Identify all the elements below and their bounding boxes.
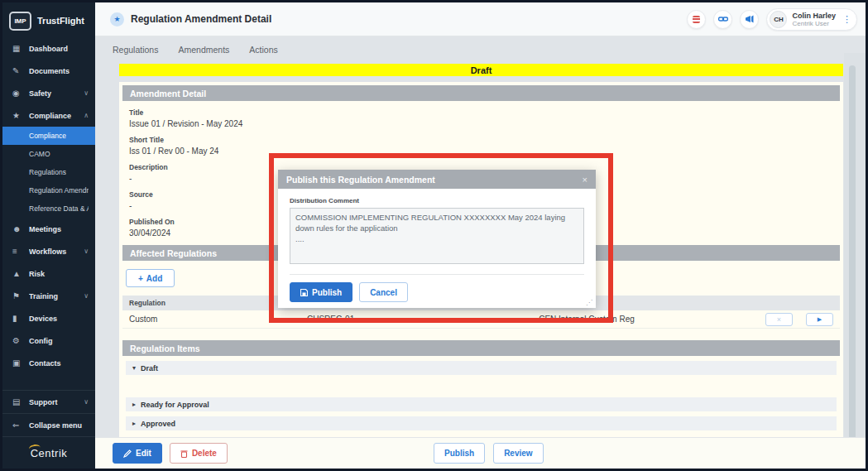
sidebar-item-label: Documents — [29, 67, 89, 75]
sidebar-item-label: Contacts — [29, 359, 89, 368]
review-button[interactable]: Review — [493, 443, 543, 464]
cell-regulation-type: Custom — [129, 315, 307, 324]
megaphone-icon — [745, 14, 755, 24]
sidebar-item-label: Dashboard — [29, 45, 89, 53]
sidebar-subitem-camo[interactable]: CAMO — [2, 145, 95, 163]
app-logo[interactable]: IMP TrustFlight — [2, 2, 95, 37]
scrollbar-thumb[interactable] — [849, 65, 856, 441]
modal-cancel-label: Cancel — [370, 288, 397, 297]
vertical-scrollbar[interactable] — [844, 53, 866, 462]
footer-left-actions: Edit Delete — [113, 443, 228, 464]
sidebar-spacer — [2, 374, 95, 390]
caret-right-icon: ▸ — [132, 401, 136, 408]
sidebar-item-label: Support — [29, 398, 84, 406]
sidebar-item-dashboard[interactable]: ▦ Dashboard — [2, 37, 95, 60]
publish-button[interactable]: Publish — [434, 443, 485, 464]
distribution-comment-input[interactable]: COMMISSION IMPLEMENTING REGULATION XXXXX… — [290, 208, 584, 264]
sidebar-item-training[interactable]: ⚑ Training ∨ — [2, 285, 95, 307]
activity-icon — [693, 16, 700, 23]
publish-modal: Publish this Regulation Amendment × Dist… — [278, 170, 596, 308]
close-icon[interactable]: × — [583, 175, 587, 185]
edit-button[interactable]: Edit — [113, 443, 162, 464]
sidebar-item-support[interactable]: ▤ Support ∨ — [2, 391, 95, 413]
sidebar-item-documents[interactable]: ✎ Documents — [2, 60, 95, 82]
remove-regulation-button[interactable]: × — [765, 313, 793, 326]
sidebar-item-meetings[interactable]: ☻ Meetings — [2, 218, 95, 240]
sidebar-subitem-regulations[interactable]: Regulations — [2, 163, 95, 181]
pencil-icon — [123, 449, 132, 458]
sidebar-item-devices[interactable]: ▮ Devices — [2, 307, 95, 329]
modal-header[interactable]: Publish this Regulation Amendment × — [278, 170, 596, 189]
delete-button[interactable]: Delete — [170, 443, 228, 464]
sidebar-item-compliance[interactable]: ★ Compliance ∧ — [2, 104, 95, 127]
modal-cancel-button[interactable]: Cancel — [359, 282, 408, 302]
tab-amendments[interactable]: Amendments — [178, 45, 229, 55]
sidebar-subitem-compliance[interactable]: Compliance — [2, 127, 95, 145]
sidebar-item-workflows[interactable]: ≡ Workflows ∨ — [2, 240, 95, 262]
sidebar-item-label: Training — [29, 292, 84, 300]
section-header-regulation-items: Regulation Items — [122, 340, 840, 356]
accordion-approved[interactable]: ▸ Approved — [126, 416, 837, 430]
imp-logo: IMP — [9, 12, 31, 31]
delete-label: Delete — [192, 449, 217, 458]
field-label: Title — [129, 108, 843, 117]
sidebar-item-label: Collapse menu — [29, 421, 89, 430]
field-value: Issue 01 / Revision - May 2024 — [129, 119, 843, 128]
tab-actions[interactable]: Actions — [249, 45, 277, 55]
status-badge: Draft — [471, 65, 492, 75]
sidebar-item-contacts[interactable]: ▣ Contacts — [2, 352, 95, 374]
add-regulation-button[interactable]: + Add — [126, 269, 175, 287]
activity-button[interactable] — [687, 10, 706, 29]
sidebar-item-label: Compliance — [29, 112, 84, 120]
sidebar-subitem-label: Reference Data & Ana... — [29, 204, 89, 213]
centrik-brand: Centrik — [2, 437, 95, 469]
collapse-icon: ⇐ — [12, 421, 29, 430]
footer-bar: Edit Delete Publish Review — [95, 437, 866, 469]
table-row: Custom CUSREG-01 CEN Internal Custom Reg… — [122, 310, 840, 329]
user-role: Centrik User — [792, 20, 836, 27]
modal-title: Publish this Regulation Amendment — [286, 175, 583, 185]
play-icon: ▶ — [818, 316, 822, 323]
announcements-button[interactable] — [740, 10, 759, 29]
user-info: Colin Harley Centrik User — [792, 12, 836, 27]
modal-publish-button[interactable]: Publish — [290, 282, 352, 302]
section-header-amendment-detail: Amendment Detail — [122, 85, 840, 101]
contacts-icon: ▣ — [12, 358, 29, 368]
distribution-comment-label: Distribution Comment — [290, 197, 584, 204]
field-label: Short Title — [129, 136, 843, 144]
link-icon — [718, 14, 728, 24]
tab-regulations[interactable]: Regulations — [113, 45, 158, 55]
footer-mid-actions: Publish Review — [434, 443, 544, 464]
accordion-draft-body — [119, 375, 843, 392]
user-menu[interactable]: CH Colin Harley Centrik User ⋮ — [766, 8, 857, 31]
chevron-up-icon: ∧ — [84, 112, 89, 119]
sidebar-item-config[interactable]: ⚙ Config — [2, 329, 95, 352]
sidebar-item-label: Config — [29, 337, 89, 345]
sidebar-subitem-label: Compliance — [29, 132, 66, 140]
accordion-draft[interactable]: ▾ Draft — [126, 361, 837, 375]
close-icon: × — [777, 315, 781, 324]
support-icon: ▤ — [12, 397, 29, 406]
tab-bar: Regulations Amendments Actions — [113, 45, 278, 55]
sidebar-subitem-reference-data[interactable]: Reference Data & Ana... — [2, 199, 95, 218]
safety-icon: ◉ — [12, 89, 29, 98]
resize-handle-icon[interactable]: ⋰ — [586, 299, 592, 306]
app-window: IMP TrustFlight ▦ Dashboard ✎ Documents … — [0, 0, 868, 471]
sidebar-subitem-regulation-amendments[interactable]: Regulation Amendments — [2, 181, 95, 199]
field-short-title: Short Title Iss 01 / Rev 00 - May 24 — [129, 136, 843, 156]
header-actions: CH Colin Harley Centrik User ⋮ — [687, 8, 857, 31]
sidebar-item-risk[interactable]: ▲ Risk — [2, 262, 95, 285]
link-button[interactable] — [713, 10, 732, 29]
app-name: TrustFlight — [37, 16, 84, 26]
field-value: Iss 01 / Rev 00 - May 24 — [129, 147, 843, 156]
sidebar-subitem-label: Regulations — [29, 168, 66, 176]
edit-label: Edit — [136, 449, 151, 458]
sidebar-item-safety[interactable]: ◉ Safety ∨ — [2, 82, 95, 104]
open-regulation-button[interactable]: ▶ — [806, 313, 833, 326]
sidebar-subitem-label: CAMO — [29, 150, 50, 158]
sidebar-item-collapse-menu[interactable]: ⇐ Collapse menu — [2, 414, 95, 436]
kebab-menu-icon[interactable]: ⋮ — [842, 14, 851, 25]
chevron-down-icon: ∨ — [84, 398, 89, 406]
accordion-ready-for-approval[interactable]: ▸ Ready for Approval — [126, 397, 837, 411]
publish-label: Publish — [444, 449, 474, 458]
